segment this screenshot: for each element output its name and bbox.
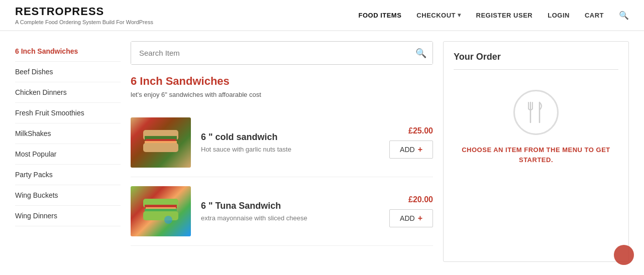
plus-icon-tuna-sandwich: +: [418, 214, 422, 223]
food-content: 🔍 6 Inch Sandwiches let's enjoy 6" sandw…: [131, 41, 433, 262]
sidebar-item-fresh-fruit-smoothies[interactable]: Fresh Fruit Smoothies: [15, 103, 121, 123]
plus-icon-cold-sandwich: +: [418, 145, 422, 154]
add-label-cold-sandwich: ADD: [400, 146, 415, 154]
order-panel-title: Your Order: [454, 52, 618, 70]
food-image-cold-sandwich: [131, 117, 191, 168]
food-price-cold-sandwich: £25.00: [408, 126, 433, 135]
sidebar-item-wing-dinners[interactable]: Wing Dinners: [15, 206, 121, 226]
sidebar-item-chicken-dinners[interactable]: Chicken Dinners: [15, 82, 121, 103]
search-icon[interactable]: 🔍: [619, 11, 629, 20]
food-actions-cold-sandwich: £25.00 ADD +: [389, 126, 433, 159]
nav-food-items[interactable]: FOOD ITEMS: [358, 12, 401, 19]
food-name-tuna-sandwich: 6 " Tuna Sandwich: [201, 201, 379, 211]
order-panel: Your Order CHOOSE AN ITEM FROM THE MENU …: [443, 41, 629, 262]
sandwich-image-1: [141, 125, 181, 160]
svg-rect-4: [143, 143, 178, 152]
sandwich-image-2: [141, 194, 181, 229]
sidebar-item-milkshakes[interactable]: MilkShakes: [15, 123, 121, 144]
main-container: 6 Inch Sandwiches Beef Dishes Chicken Di…: [0, 31, 644, 272]
food-desc-cold-sandwich: Hot sauce with garlic nuts taste: [201, 146, 379, 153]
logo-subtitle: A Complete Food Ordering System Build Fo…: [15, 19, 153, 25]
logo-title: RESTROPRESS: [15, 5, 153, 18]
order-empty-state: CHOOSE AN ITEM FROM THE MENU TO GET STAR…: [454, 80, 618, 175]
food-item-tuna-sandwich: 6 " Tuna Sandwich extra mayonnaise with …: [131, 177, 433, 246]
food-price-tuna-sandwich: £20.00: [408, 195, 433, 204]
search-container: 🔍: [131, 41, 433, 65]
food-item-cold-sandwich: 6 " cold sandwich Hot sauce with garlic …: [131, 108, 433, 177]
search-button[interactable]: 🔍: [415, 48, 426, 59]
fork-knife-svg: [523, 100, 549, 125]
main-nav: FOOD ITEMS CHECKOUT ▾ REGISTER USER LOGI…: [358, 11, 629, 20]
food-name-cold-sandwich: 6 " cold sandwich: [201, 132, 379, 143]
search-input[interactable]: [131, 42, 433, 64]
nav-register-user[interactable]: REGISTER USER: [476, 12, 533, 19]
category-description: let's enjoy 6" sandwiches with affoarabl…: [131, 91, 433, 98]
header: RESTROPRESS A Complete Food Ordering Sys…: [0, 0, 644, 31]
sidebar-item-6-inch-sandwiches[interactable]: 6 Inch Sandwiches: [15, 41, 121, 62]
food-desc-tuna-sandwich: extra mayonnaise with sliced cheese: [201, 214, 379, 222]
add-button-tuna-sandwich[interactable]: ADD +: [389, 209, 433, 227]
dropdown-icon: ▾: [458, 12, 461, 19]
fork-knife-icon: [513, 90, 559, 135]
sidebar: 6 Inch Sandwiches Beef Dishes Chicken Di…: [15, 41, 121, 262]
logo-area: RESTROPRESS A Complete Food Ordering Sys…: [15, 5, 153, 25]
sidebar-item-beef-dishes[interactable]: Beef Dishes: [15, 62, 121, 82]
add-label-tuna-sandwich: ADD: [400, 214, 415, 222]
nav-checkout[interactable]: CHECKOUT ▾: [416, 12, 461, 19]
food-actions-tuna-sandwich: £20.00 ADD +: [389, 195, 433, 227]
order-empty-text: CHOOSE AN ITEM FROM THE MENU TO GET STAR…: [459, 145, 613, 165]
category-title: 6 Inch Sandwiches: [131, 75, 433, 88]
food-info-cold-sandwich: 6 " cold sandwich Hot sauce with garlic …: [201, 132, 379, 153]
food-image-placeholder-2: [131, 186, 191, 236]
svg-point-10: [164, 216, 172, 224]
food-info-tuna-sandwich: 6 " Tuna Sandwich extra mayonnaise with …: [201, 201, 379, 222]
red-circle-decoration: [614, 245, 634, 265]
search-magnifier-icon: 🔍: [415, 48, 426, 58]
sidebar-item-most-popular[interactable]: Most Popular: [15, 144, 121, 165]
sidebar-item-party-packs[interactable]: Party Packs: [15, 165, 121, 185]
nav-checkout-label: CHECKOUT: [416, 12, 456, 19]
nav-cart[interactable]: CART: [585, 12, 604, 19]
add-button-cold-sandwich[interactable]: ADD +: [389, 141, 433, 159]
sidebar-item-wing-buckets[interactable]: Wing Buckets: [15, 185, 121, 206]
food-image-tuna-sandwich: [131, 186, 191, 236]
nav-login[interactable]: LOGIN: [548, 12, 570, 19]
svg-rect-9: [143, 211, 178, 220]
food-image-placeholder-1: [131, 117, 191, 168]
